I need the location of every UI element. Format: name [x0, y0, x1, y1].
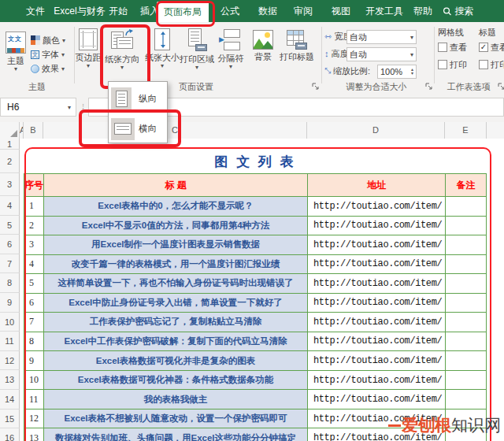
checkbox-icon[interactable]	[438, 60, 447, 69]
cell-note[interactable]	[446, 351, 486, 370]
tab-formulas[interactable]: 公式	[220, 0, 239, 22]
theme-colors-button[interactable]: 颜色 ▾	[31, 35, 65, 46]
headings-view-checkbox[interactable]: ✓ 查看	[479, 42, 504, 53]
column-header-C[interactable]: C	[43, 122, 307, 139]
cell-note[interactable]	[446, 255, 486, 274]
scale-spinner[interactable]: 100% ▴ ▾	[377, 65, 417, 79]
row-header-14[interactable]: 14	[0, 390, 20, 410]
row-header-8[interactable]: 8	[0, 273, 20, 293]
cell-url[interactable]: http://toutiao.com/item/	[308, 351, 446, 370]
cell-note[interactable]	[446, 371, 486, 390]
cell-title[interactable]: Excel表格不想被别人随意改动，设置一个保护密码即可	[44, 410, 308, 428]
cell-title[interactable]: 这样简单设置一下，再也不怕输入身份证号码时出现错误了	[44, 274, 308, 293]
column-header-B[interactable]: B	[24, 122, 43, 139]
cell-no[interactable]: 11	[24, 390, 44, 409]
cell-no[interactable]: 5	[24, 274, 44, 293]
row-header-15[interactable]: 15	[0, 410, 20, 428]
tab-excel-finance[interactable]: Excel与财务	[54, 0, 105, 22]
cell-note[interactable]	[446, 313, 486, 332]
name-box[interactable]: H6 ▾	[0, 98, 76, 117]
cell-no[interactable]: 10	[24, 371, 44, 390]
checkbox-icon[interactable]	[479, 60, 488, 69]
cell-title[interactable]: 改变千篇一律的表格模式，用一个温度计图汇报业绩	[44, 255, 308, 274]
theme-fonts-button[interactable]: 文 字体 ▾	[31, 49, 65, 60]
spinner-down-icon[interactable]: ▾	[411, 72, 413, 76]
themes-button[interactable]: 文文 主题 ▾	[2, 32, 29, 72]
width-select[interactable]: 自动 ▾	[346, 30, 417, 44]
tab-search[interactable]: 搜索	[443, 0, 474, 22]
row-header-7[interactable]: 7	[0, 254, 20, 273]
cell-url[interactable]: http://toutiao.com/item/	[308, 274, 446, 293]
cell-note[interactable]	[446, 390, 486, 409]
tab-view[interactable]: 视图	[332, 0, 350, 22]
tab-data[interactable]: 数据	[258, 0, 277, 22]
cell-title[interactable]: 我的表格我做主	[44, 390, 308, 409]
tab-help[interactable]: 帮助	[413, 0, 432, 22]
cell-note[interactable]	[446, 274, 486, 293]
print-titles-button[interactable]: 打印标题	[279, 30, 315, 61]
table-title[interactable]: 图 文 列 表	[24, 150, 487, 173]
column-header-E[interactable]: E	[445, 122, 487, 139]
cell-title[interactable]: Excel表格中的0，怎么才能不显示呢？	[44, 197, 308, 216]
breaks-button[interactable]: ▶ 分隔符 ▾	[216, 28, 246, 69]
cell-url[interactable]: http://toutiao.com/item/	[308, 197, 446, 216]
page-setup-dialog-launcher[interactable]	[312, 82, 319, 89]
row-header-6[interactable]: 6	[0, 235, 20, 254]
formula-bar-splitter[interactable]: ⁞	[78, 98, 88, 117]
cell-title[interactable]: Excel中防止身份证号录入出错，简单设置一下就好了	[44, 294, 308, 313]
orientation-button[interactable]: 纸张方向 ▾	[103, 28, 141, 70]
print-area-button[interactable]: 打印区域 ▾	[179, 28, 215, 70]
cell-no[interactable]: 2	[24, 217, 44, 235]
header-cell-address[interactable]: 地址	[308, 174, 446, 196]
row-header-9[interactable]: 9	[0, 293, 20, 313]
cell-no[interactable]: 12	[24, 410, 44, 428]
cell-no[interactable]: 6	[24, 294, 44, 313]
checkbox-icon[interactable]	[438, 43, 447, 52]
row-header-3[interactable]: 3	[0, 173, 20, 196]
cell-title[interactable]: 工作表保护密码忘记了，复制粘贴立马清除	[44, 313, 308, 332]
tab-home[interactable]: 开始	[109, 0, 128, 22]
header-cell-note[interactable]: 备注	[446, 174, 486, 196]
cell-title[interactable]: 用Excel制作一个温度计图表显示销售数据	[44, 235, 308, 254]
tab-developer[interactable]: 开发工具	[365, 0, 403, 22]
cell-url[interactable]: http://toutiao.com/item/	[308, 371, 446, 390]
sheet-options-dialog-launcher[interactable]	[498, 82, 504, 89]
menu-item-landscape[interactable]: 横向	[109, 116, 167, 142]
cell-url[interactable]: http://toutiao.com/item/	[308, 313, 446, 332]
cell-title[interactable]: Excel表格数据可视化并非是复杂的图表	[44, 351, 308, 370]
row-header-4[interactable]: 4	[0, 196, 20, 216]
column-header-D[interactable]: D	[307, 122, 445, 139]
chevron-down-icon[interactable]: ▾	[68, 105, 71, 110]
cell-no[interactable]: 7	[24, 313, 44, 332]
cell-no[interactable]: 4	[24, 255, 44, 274]
row-header-10[interactable]: 10	[0, 313, 20, 332]
paper-size-button[interactable]: 纸张大小 ▾	[144, 28, 180, 69]
cell-title[interactable]: Excel中不显示0值的方法，同事都用第4种方法	[44, 217, 308, 235]
cell-url[interactable]: http://toutiao.com/item/	[308, 390, 446, 409]
cell-url[interactable]: http://toutiao.com/item/	[308, 217, 446, 235]
row-header-13[interactable]: 13	[0, 370, 20, 390]
tab-page-layout[interactable]: 页面布局	[157, 2, 209, 22]
scale-dialog-launcher[interactable]	[425, 82, 432, 89]
cell-note[interactable]	[446, 294, 486, 313]
row-header-5[interactable]: 5	[0, 216, 20, 235]
margins-button[interactable]: 页边距 ▾	[75, 28, 102, 69]
cell-title[interactable]: Excel表格数据可视化神器：条件格式数据条功能	[44, 371, 308, 390]
row-header-1[interactable]: 1	[0, 139, 20, 150]
cell-no[interactable]: 1	[24, 197, 44, 216]
cell-no[interactable]: 8	[24, 332, 44, 351]
cell-url[interactable]: http://toutiao.com/item/	[308, 255, 446, 274]
theme-effects-button[interactable]: 效果 ▾	[31, 63, 65, 74]
gridlines-view-checkbox[interactable]: 查看	[438, 42, 467, 53]
headings-print-checkbox[interactable]: 打印	[479, 59, 504, 70]
gridlines-print-checkbox[interactable]: 打印	[438, 59, 467, 70]
cell-note[interactable]	[446, 235, 486, 254]
checkbox-icon[interactable]: ✓	[479, 43, 488, 52]
row-header-12[interactable]: 12	[0, 351, 20, 370]
cell-note[interactable]	[446, 217, 486, 235]
height-select[interactable]: 自动 ▾	[346, 47, 417, 61]
cell-no[interactable]: 9	[24, 351, 44, 370]
cell-url[interactable]: http://toutiao.com/item/	[308, 294, 446, 313]
tab-file[interactable]: 文件	[26, 0, 45, 22]
cell-no[interactable]: 3	[24, 235, 44, 254]
